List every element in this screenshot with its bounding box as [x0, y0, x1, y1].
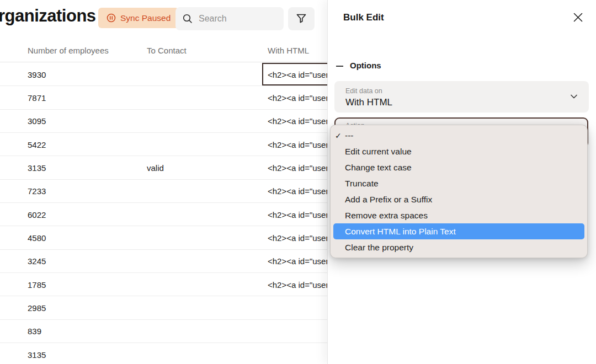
cell-with-html[interactable]: <h2><a id="user-	[268, 210, 331, 219]
menu-item[interactable]: ✓ ---	[331, 127, 587, 143]
cell-employees[interactable]: 3930	[28, 69, 46, 79]
table-row[interactable]: 5422 <h2><a id="user-	[0, 133, 327, 156]
cell-employees[interactable]: 3245	[28, 256, 46, 266]
table-body: 3930 <h2><a id="user- 7871 <h2><a id="us…	[0, 63, 327, 364]
column-header-employees[interactable]: Number of employees	[28, 46, 109, 55]
cell-employees[interactable]: 7233	[28, 186, 46, 196]
action-dropdown-menu: ✓ --- ✓ Edit current value ✓ Change text…	[330, 125, 588, 258]
menu-item-label: Add a Prefix or a Suffix	[345, 195, 432, 205]
menu-item[interactable]: ✓ Edit current value	[331, 143, 587, 159]
menu-item[interactable]: ✓ Clear the property	[331, 239, 587, 255]
column-header-to-contact[interactable]: To Contact	[147, 46, 187, 55]
panel-title: Bulk Edit	[343, 12, 384, 23]
table-row[interactable]: 4580 <h2><a id="user-	[0, 226, 327, 249]
table-row[interactable]: 3095 <h2><a id="user-	[0, 110, 327, 133]
close-icon[interactable]	[572, 11, 584, 23]
options-section-label: Options	[350, 61, 381, 70]
cell-employees[interactable]: 2985	[28, 303, 46, 312]
menu-item-label: Remove extra spaces	[345, 211, 428, 221]
table-row[interactable]: 7871 <h2><a id="user-	[0, 86, 327, 109]
cell-employees[interactable]: 3095	[28, 116, 46, 126]
cell-with-html[interactable]: <h2><a id="user-	[268, 280, 331, 289]
cell-employees[interactable]: 4580	[28, 233, 46, 242]
table-row[interactable]: 839	[0, 320, 327, 343]
cell-with-html[interactable]: <h2><a id="user-	[268, 116, 331, 126]
cell-with-html[interactable]: <h2><a id="user-	[268, 186, 331, 196]
menu-item-label: ---	[345, 131, 354, 141]
edit-data-on-select[interactable]: Edit data on With HTML	[334, 81, 589, 113]
menu-item-label: Convert HTML into Plain Text	[345, 227, 456, 237]
collapse-minus-icon[interactable]	[336, 62, 345, 70]
cell-employees[interactable]: 6022	[28, 210, 46, 219]
table-column-headers: Number of employees To Contact With HTML	[0, 0, 327, 62]
table-view: rganizations Sync Paused Number of e	[0, 0, 327, 364]
table-row[interactable]: 7233 <h2><a id="user-	[0, 180, 327, 203]
menu-item[interactable]: ✓ Add a Prefix or a Suffix	[331, 191, 587, 207]
edit-data-on-value: With HTML	[345, 97, 392, 108]
cell-to-contact[interactable]: valid	[147, 163, 164, 172]
table-row[interactable]: 3930 <h2><a id="user-	[0, 63, 327, 86]
chevron-down-icon	[569, 92, 579, 101]
cell-with-html[interactable]: <h2><a id="user-	[268, 69, 331, 79]
cell-with-html[interactable]: <h2><a id="user-	[268, 140, 331, 149]
menu-item-label: Change text case	[345, 163, 412, 173]
menu-item-label: Truncate	[345, 179, 379, 189]
options-section-header: Options	[328, 61, 596, 72]
cell-employees[interactable]: 3135	[28, 350, 46, 359]
menu-item[interactable]: ✓ Convert HTML into Plain Text	[333, 223, 584, 239]
edit-data-on-label: Edit data on	[345, 87, 382, 95]
menu-item-label: Clear the property	[345, 243, 413, 253]
cell-with-html[interactable]: <h2><a id="user-	[268, 256, 331, 266]
column-header-with-html[interactable]: With HTML	[268, 46, 309, 55]
cell-employees[interactable]: 7871	[28, 93, 46, 102]
menu-item[interactable]: ✓ Remove extra spaces	[331, 207, 587, 223]
table-row[interactable]: 6022 <h2><a id="user-	[0, 203, 327, 226]
menu-item-label: Edit current value	[345, 147, 412, 157]
table-row[interactable]: 1785 <h2><a id="user-	[0, 273, 327, 296]
cell-with-html[interactable]: <h2><a id="user-	[268, 233, 331, 242]
menu-item[interactable]: ✓ Change text case	[331, 159, 587, 175]
cell-with-html[interactable]: <h2><a id="user-	[268, 93, 331, 102]
bulk-edit-panel: Bulk Edit Options Edit data on With HTML…	[327, 0, 596, 364]
cell-employees[interactable]: 839	[28, 326, 41, 336]
menu-item[interactable]: ✓ Truncate	[331, 175, 587, 191]
table-row[interactable]: 3135 valid <h2><a id="user-	[0, 156, 327, 179]
table-row[interactable]: 3245 <h2><a id="user-	[0, 250, 327, 273]
checkmark-icon: ✓	[335, 131, 342, 140]
cell-employees[interactable]: 1785	[28, 280, 46, 289]
table-row[interactable]: 3135	[0, 343, 327, 364]
cell-employees[interactable]: 5422	[28, 140, 46, 149]
cell-employees[interactable]: 3135	[28, 163, 46, 172]
table-row[interactable]: 2985	[0, 296, 327, 319]
cell-with-html[interactable]: <h2><a id="user-	[268, 163, 331, 172]
